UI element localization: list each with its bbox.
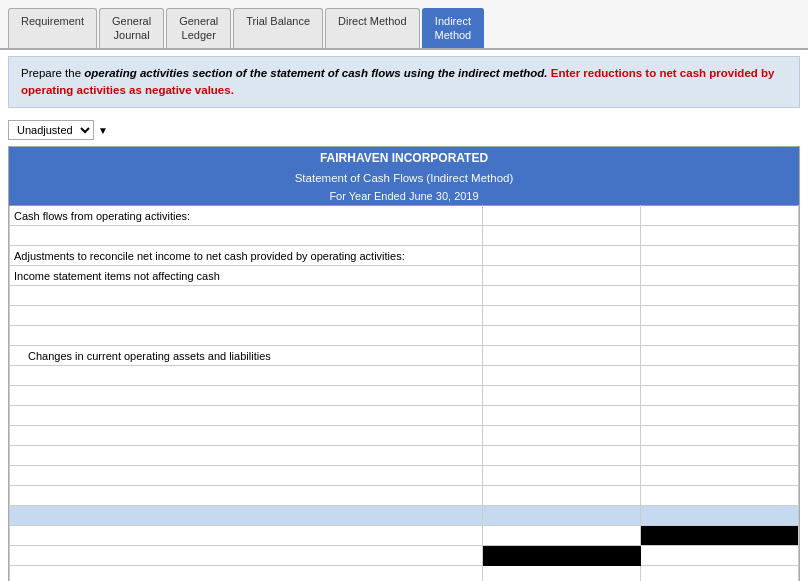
row-amount1[interactable] xyxy=(483,206,641,226)
label-input[interactable] xyxy=(14,370,478,382)
row-label[interactable] xyxy=(10,386,483,406)
dropdown-arrow-icon: ▼ xyxy=(98,125,108,136)
amount-input[interactable] xyxy=(487,370,636,382)
row-label[interactable] xyxy=(10,506,483,526)
label-input[interactable] xyxy=(14,570,478,581)
row-amount2[interactable] xyxy=(641,326,799,346)
row-amount1[interactable] xyxy=(483,326,641,346)
table-row: Income statement items not affecting cas… xyxy=(10,266,799,286)
table-row xyxy=(10,326,799,346)
label-input[interactable] xyxy=(14,410,478,422)
row-label[interactable] xyxy=(10,566,483,581)
row-amount1[interactable] xyxy=(483,526,641,546)
row-label[interactable] xyxy=(10,286,483,306)
tab-trial-balance[interactable]: Trial Balance xyxy=(233,8,323,48)
row-amount1[interactable] xyxy=(483,306,641,326)
row-label[interactable] xyxy=(10,326,483,346)
label-input[interactable] xyxy=(14,430,478,442)
row-amount2 xyxy=(641,266,799,286)
amount-input[interactable] xyxy=(645,510,794,522)
row-amount2[interactable] xyxy=(641,506,799,526)
tab-indirect-method[interactable]: Indirect Method xyxy=(422,8,485,48)
label-input[interactable] xyxy=(14,390,478,402)
label-input[interactable] xyxy=(14,330,478,342)
label-input[interactable] xyxy=(14,530,478,542)
table-row xyxy=(10,226,799,246)
row-amount1[interactable] xyxy=(483,566,641,581)
amount-input[interactable] xyxy=(487,450,636,462)
amount-input[interactable] xyxy=(487,390,636,402)
amount-input[interactable] xyxy=(487,470,636,482)
amount-input[interactable] xyxy=(487,530,636,542)
row-label: Adjustments to reconcile net income to n… xyxy=(10,246,483,266)
row-amount2[interactable] xyxy=(641,386,799,406)
instruction-box: Prepare the operating activities section… xyxy=(8,56,800,109)
row-amount2[interactable] xyxy=(641,366,799,386)
amount-input[interactable] xyxy=(487,510,636,522)
table-row xyxy=(10,466,799,486)
row-label[interactable] xyxy=(10,446,483,466)
row-amount1[interactable] xyxy=(483,366,641,386)
amount-input[interactable] xyxy=(487,330,636,342)
label-input[interactable] xyxy=(14,450,478,462)
row-amount1[interactable] xyxy=(483,486,641,506)
row-amount1[interactable] xyxy=(483,406,641,426)
dropdown-row: Unadjusted Adjusted ▼ xyxy=(0,114,808,146)
row-label[interactable] xyxy=(10,306,483,326)
row-amount2[interactable] xyxy=(641,406,799,426)
row-label[interactable] xyxy=(10,486,483,506)
row-amount2 xyxy=(641,246,799,266)
row-label[interactable] xyxy=(10,466,483,486)
row-amount1[interactable] xyxy=(483,386,641,406)
amount-input[interactable] xyxy=(487,210,636,222)
row-amount1[interactable] xyxy=(483,446,641,466)
amount-input[interactable] xyxy=(487,570,636,581)
row-label[interactable] xyxy=(10,426,483,446)
row-amount1[interactable] xyxy=(483,506,641,526)
row-amount2[interactable] xyxy=(641,426,799,446)
tab-direct-method[interactable]: Direct Method xyxy=(325,8,419,48)
amount-input[interactable] xyxy=(645,210,794,222)
unadjusted-dropdown[interactable]: Unadjusted Adjusted xyxy=(8,120,94,140)
row-amount2[interactable] xyxy=(641,446,799,466)
row-label[interactable] xyxy=(10,366,483,386)
label-input[interactable] xyxy=(14,510,478,522)
table-row xyxy=(10,366,799,386)
row-amount2 xyxy=(641,546,799,566)
row-amount2[interactable] xyxy=(641,206,799,226)
table-row xyxy=(10,386,799,406)
row-amount1[interactable] xyxy=(483,426,641,446)
table-row xyxy=(10,486,799,506)
table-row xyxy=(10,306,799,326)
amount-input[interactable] xyxy=(487,290,636,302)
tab-general-ledger[interactable]: General Ledger xyxy=(166,8,231,48)
row-amount2[interactable] xyxy=(641,466,799,486)
row-amount1[interactable] xyxy=(483,226,641,246)
row-label[interactable] xyxy=(10,526,483,546)
row-amount1[interactable] xyxy=(483,286,641,306)
amount-input[interactable] xyxy=(487,490,636,502)
row-amount1[interactable] xyxy=(483,466,641,486)
table-row xyxy=(10,286,799,306)
amount-input[interactable] xyxy=(487,230,636,242)
row-label[interactable] xyxy=(10,406,483,426)
amount-input[interactable] xyxy=(487,310,636,322)
table-row xyxy=(10,426,799,446)
table-row xyxy=(10,526,799,546)
table-row xyxy=(10,566,799,581)
label-input[interactable] xyxy=(14,490,478,502)
row-amount2[interactable] xyxy=(641,286,799,306)
tab-requirement[interactable]: Requirement xyxy=(8,8,97,48)
row-amount2[interactable] xyxy=(641,306,799,326)
label-input[interactable] xyxy=(14,290,478,302)
label-input[interactable] xyxy=(14,470,478,482)
row-label: Income statement items not affecting cas… xyxy=(10,266,483,286)
amount-input[interactable] xyxy=(487,410,636,422)
row-amount2[interactable] xyxy=(641,226,799,246)
amount-input[interactable] xyxy=(487,430,636,442)
tab-general-journal[interactable]: General Journal xyxy=(99,8,164,48)
row-amount2[interactable] xyxy=(641,486,799,506)
row-amount2[interactable] xyxy=(641,566,799,581)
label-input[interactable] xyxy=(14,310,478,322)
amount-input[interactable] xyxy=(645,570,794,581)
